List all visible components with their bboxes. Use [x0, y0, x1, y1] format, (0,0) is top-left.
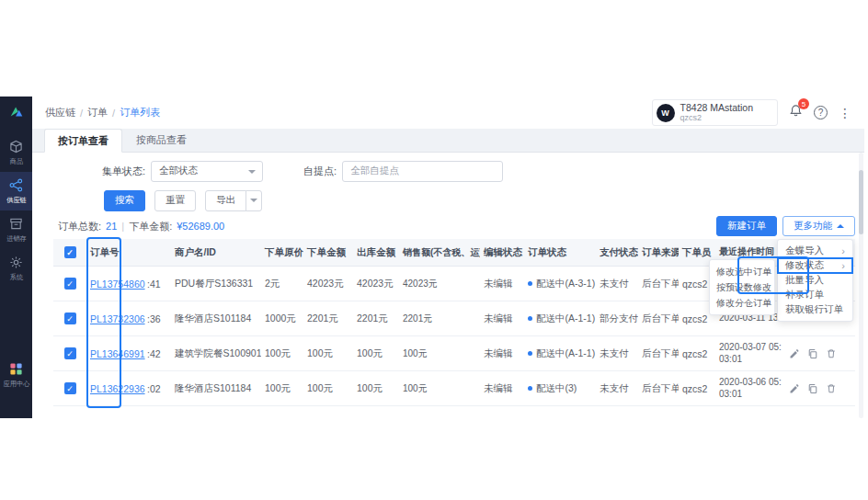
header-merchant: 商户名/ID: [171, 239, 261, 266]
check-icon: ✓: [66, 279, 74, 289]
edit-status-cell: 未编辑: [480, 301, 524, 335]
sidebar-item-label: 商品: [9, 157, 22, 166]
scrollbar-thumb[interactable]: [859, 170, 863, 234]
view-tabs: 按订单查看 按商品查看: [32, 129, 864, 153]
breadcrumb-item[interactable]: 订单: [87, 106, 108, 119]
menu-item-supplement-order[interactable]: 补录订单: [778, 288, 852, 302]
source-cell: 后台下单: [638, 267, 679, 301]
chevron-right-icon: ›: [841, 245, 845, 256]
user-name: T8428 MAstation: [680, 102, 753, 113]
sidebar-item-label: 供应链: [6, 196, 27, 205]
menu-item-batch-import[interactable]: 批量导入: [778, 273, 852, 288]
delete-icon[interactable]: [826, 383, 837, 394]
notifications-button[interactable]: 5: [789, 104, 803, 121]
sales-amount-cell: 2201元: [399, 301, 480, 335]
collect-status-select[interactable]: 全部状态: [151, 161, 263, 182]
actions-cell: [785, 336, 855, 370]
app-logo-icon: [8, 104, 25, 124]
sidebar-item-inventory[interactable]: 进销存: [0, 210, 32, 249]
copy-icon[interactable]: [807, 383, 818, 394]
menu-item-kingdee-import[interactable]: 金蝶导入 ›: [778, 244, 852, 258]
copy-icon[interactable]: [807, 348, 818, 359]
export-button-group: 导出: [205, 190, 262, 211]
orig-price-cell: 100元: [261, 336, 303, 370]
pickup-point-input[interactable]: [342, 161, 503, 182]
menu-item-label: 金蝶导入: [785, 244, 824, 257]
outbound-amount-cell: 42023元: [353, 267, 399, 301]
submenu-item-modify-selected[interactable]: 修改选中订单: [710, 264, 774, 279]
order-number-link[interactable]: PL13622936: [90, 383, 145, 394]
table-row: ✓ PL13646991 :42 建筑学院餐S100901 100元 100元 …: [53, 336, 855, 371]
new-order-button[interactable]: 新建订单: [716, 216, 777, 236]
row-checkbox[interactable]: ✓: [64, 278, 76, 290]
delete-icon[interactable]: [826, 348, 837, 359]
submenu-item-modify-split-warehouse[interactable]: 修改分仓订单: [710, 295, 774, 311]
grid-icon: [9, 362, 23, 376]
sidebar-item-system[interactable]: 系统: [0, 249, 32, 288]
order-number-link[interactable]: PL13754860: [90, 278, 145, 290]
merchant-cell: 隆华酒店S101184: [171, 371, 261, 405]
order-time-cell: :41: [147, 267, 171, 301]
chevron-up-icon: [837, 224, 844, 228]
more-functions-button[interactable]: 更多功能: [782, 216, 855, 236]
source-cell: 后台下单: [638, 336, 679, 370]
status-dot: [528, 351, 532, 356]
outbound-amount-cell: 100元: [353, 336, 399, 370]
menu-item-fetch-bank-orders[interactable]: 获取银行订单: [778, 302, 852, 317]
help-icon: ?: [818, 108, 824, 118]
share-nodes-icon: [9, 178, 23, 192]
help-button[interactable]: ?: [814, 106, 828, 119]
topbar-right: W T8428 MAstation qzcs2 5 ? ⋮: [652, 99, 851, 125]
reset-button[interactable]: 重置: [154, 190, 196, 211]
order-status-cell: 配送中(A-1-1): [524, 301, 596, 335]
row-checkbox[interactable]: ✓: [64, 347, 76, 359]
tab-by-product[interactable]: 按商品查看: [122, 128, 200, 152]
order-status-cell: 配送中(3): [524, 371, 596, 405]
source-cell: 后台下单: [638, 301, 679, 335]
sidebar-item-products[interactable]: 商品: [0, 133, 32, 172]
row-checkbox[interactable]: ✓: [64, 382, 76, 394]
user-subname: qzcs2: [680, 113, 753, 122]
source-cell: 后台下单: [638, 371, 679, 405]
topbar: 供应链 / 订单 / 订单列表 W T8428 MAstation qzcs2 …: [32, 97, 864, 129]
merchant-cell: PDU餐厅S136331: [171, 267, 261, 301]
merchant-cell: 建筑学院餐S100901: [171, 336, 261, 370]
edit-icon[interactable]: [789, 348, 800, 359]
export-dropdown-button[interactable]: [246, 190, 262, 211]
check-icon: ✓: [66, 248, 74, 257]
select-all-checkbox[interactable]: ✓: [64, 246, 76, 258]
menu-item-modify-status[interactable]: 修改状态 ›: [778, 258, 852, 273]
more-options-button[interactable]: ⋮: [839, 107, 851, 119]
edit-status-cell: 未编辑: [480, 371, 524, 405]
edit-status-cell: 未编辑: [480, 336, 524, 370]
breadcrumb-item[interactable]: 供应链: [45, 106, 75, 119]
sidebar-item-app-center[interactable]: 应用中心: [0, 356, 32, 394]
actions-cell: [785, 371, 855, 405]
order-count-label: 订单总数:: [58, 220, 101, 233]
operator-cell: qzcs2: [679, 336, 715, 370]
last-op-time-cell: 2020-03-07 05:03:01: [715, 336, 785, 370]
search-button[interactable]: 搜索: [104, 190, 145, 211]
order-time-cell: :02: [147, 371, 171, 405]
modify-status-submenu: 修改选中订单 按预设数修改 修改分仓订单: [709, 259, 775, 315]
export-button[interactable]: 导出: [205, 190, 246, 211]
row-checkbox[interactable]: ✓: [64, 312, 76, 324]
sidebar-item-label: 进销存: [6, 234, 27, 244]
submenu-item-modify-by-preset[interactable]: 按预设数修改: [710, 279, 774, 295]
order-number-link[interactable]: PL13646991: [90, 348, 145, 359]
tab-by-order[interactable]: 按订单查看: [44, 129, 122, 153]
sidebar-item-supply-chain[interactable]: 供应链: [0, 172, 32, 210]
header-sales-amount: 销售额(不含税、运): [399, 239, 480, 266]
edit-icon[interactable]: [789, 383, 800, 394]
filter-row: 集单状态: 全部状态 自提点:: [41, 158, 855, 184]
toolbar: 搜索 重置 导出: [41, 189, 855, 211]
pickup-point-label: 自提点:: [303, 165, 337, 178]
collect-status-value: 全部状态: [159, 165, 198, 177]
app-window: 商品 供应链 进销存 系统 应用中心 供应链 / 订单 / 订单列表: [0, 97, 864, 418]
pay-status-cell: 未支付: [596, 336, 638, 370]
order-number-link[interactable]: PL13732306: [90, 313, 145, 324]
collect-status-label: 集单状态:: [102, 165, 145, 178]
orig-price-cell: 2元: [261, 267, 303, 301]
user-menu[interactable]: W T8428 MAstation qzcs2: [652, 99, 778, 125]
box-icon: [9, 140, 23, 153]
